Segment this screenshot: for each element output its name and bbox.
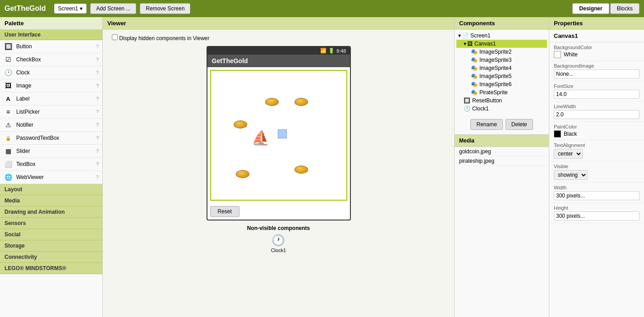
imagesprite5-icon: 🎭 bbox=[471, 73, 478, 79]
palette-item-clock[interactable]: 🕐 Clock ? bbox=[0, 66, 102, 79]
delete-button[interactable]: Delete bbox=[506, 119, 533, 130]
slider-help[interactable]: ? bbox=[96, 148, 99, 154]
imagesprite6-label: ImageSprite6 bbox=[479, 81, 511, 87]
palette-item-image[interactable]: 🖼 Image ? bbox=[0, 79, 102, 92]
linewidth-label: LineWidth bbox=[554, 104, 639, 109]
app-title: GetTheGold bbox=[5, 5, 46, 13]
lego-section[interactable]: LEGO® MINDSTORMS® bbox=[0, 263, 102, 274]
phone-statusbar: 📶 🔋 9:48 bbox=[207, 47, 350, 55]
comp-imagesprite6[interactable]: 🎭 ImageSprite6 bbox=[456, 80, 547, 88]
palette-item-slider[interactable]: ▦ Slider ? bbox=[0, 145, 102, 158]
designer-button[interactable]: Designer bbox=[572, 3, 609, 14]
connectivity-section[interactable]: Connectivity bbox=[0, 252, 102, 263]
clock-help[interactable]: ? bbox=[96, 70, 99, 75]
slider-icon: ▦ bbox=[4, 147, 13, 156]
webviewer-help[interactable]: ? bbox=[96, 175, 99, 180]
comp-clock1[interactable]: 🕐 Clock1 bbox=[456, 105, 547, 113]
screen-dropdown[interactable]: Screen1 ▾ bbox=[54, 4, 87, 14]
listpicker-help[interactable]: ? bbox=[96, 109, 99, 115]
coin4 bbox=[236, 170, 249, 178]
width-input[interactable] bbox=[554, 191, 639, 200]
layout-section[interactable]: Layout bbox=[0, 184, 102, 195]
notifier-help[interactable]: ? bbox=[96, 122, 99, 128]
imagesprite3-icon: 🎭 bbox=[471, 57, 478, 63]
media-section[interactable]: Media bbox=[0, 195, 102, 207]
clock1-label: Clock1 bbox=[472, 106, 489, 112]
viewer-panel: Viewer Display hidden components in View… bbox=[103, 17, 455, 317]
screen1-toggle[interactable]: ▾ bbox=[458, 32, 461, 39]
topbar: GetTheGold Screen1 ▾ Add Screen ... Remo… bbox=[0, 0, 644, 17]
height-label: Height bbox=[554, 205, 639, 211]
textalignment-select[interactable]: center left right bbox=[554, 149, 583, 159]
clock-icon: 🕐 bbox=[4, 68, 13, 77]
listpicker-icon: ≡ bbox=[4, 107, 13, 116]
palette-item-webviewer[interactable]: 🌐 WebViewer ? bbox=[0, 171, 102, 184]
label-icon: A bbox=[4, 94, 13, 103]
remove-screen-button[interactable]: Remove Screen bbox=[140, 3, 190, 14]
sensors-section[interactable]: Sensors bbox=[0, 218, 102, 229]
palette-item-passwordtextbox[interactable]: 🔒 PasswordTextBox ? bbox=[0, 132, 102, 145]
comp-screen1[interactable]: ▾ 📄 Screen1 bbox=[456, 32, 547, 40]
comp-canvas1[interactable]: ▾ 🖼 Canvas1 bbox=[456, 40, 547, 48]
visible-select[interactable]: showing hidden bbox=[554, 170, 588, 180]
comp-imagesprite4[interactable]: 🎭 ImageSprite4 bbox=[456, 64, 547, 72]
backgroundcolor-label: BackgroundColor bbox=[554, 45, 639, 50]
paintcolor-swatch bbox=[554, 130, 561, 138]
palette-item-listpicker[interactable]: ≡ ListPicker ? bbox=[0, 106, 102, 119]
media-goldcoin: goldcoin.jpeg bbox=[455, 147, 549, 156]
canvas1-toggle[interactable]: ▾ bbox=[464, 41, 466, 47]
wifi-icon: 📶 bbox=[320, 48, 327, 54]
reset-button[interactable]: Reset bbox=[210, 206, 239, 217]
button-help[interactable]: ? bbox=[96, 44, 99, 49]
imagesprite2-label: ImageSprite2 bbox=[479, 49, 511, 55]
storage-section[interactable]: Storage bbox=[0, 240, 102, 252]
palette-item-notifier[interactable]: ⚠ Notifier ? bbox=[0, 119, 102, 132]
social-section[interactable]: Social bbox=[0, 229, 102, 240]
palette-item-textbox[interactable]: ⬜ TextBox ? bbox=[0, 158, 102, 171]
fontsize-input[interactable] bbox=[554, 90, 639, 99]
passwordtextbox-help[interactable]: ? bbox=[96, 135, 99, 141]
label-help[interactable]: ? bbox=[96, 96, 99, 101]
image-label: Image bbox=[16, 83, 96, 89]
imagesprite4-label: ImageSprite4 bbox=[479, 65, 511, 71]
drawing-section[interactable]: Drawing and Animation bbox=[0, 207, 102, 218]
checkbox-help[interactable]: ? bbox=[96, 57, 99, 62]
palette-item-button[interactable]: 🔲 Button ? bbox=[0, 40, 102, 53]
viewer-content: Display hidden components in Viewer 📶 🔋 … bbox=[103, 30, 454, 257]
pirate-ship: ⛵ bbox=[252, 129, 270, 147]
rename-button[interactable]: Rename bbox=[470, 119, 502, 130]
comp-piratesprite[interactable]: 🎭 PirateSprite bbox=[456, 88, 547, 96]
non-visible-title: Non-visible components bbox=[247, 225, 310, 231]
properties-title: Properties bbox=[549, 17, 644, 30]
backgroundimage-input[interactable] bbox=[554, 69, 639, 78]
battery-icon: 🔋 bbox=[328, 48, 335, 54]
image-help[interactable]: ? bbox=[96, 83, 99, 88]
add-screen-button[interactable]: Add Screen ... bbox=[90, 3, 136, 14]
comp-imagesprite2[interactable]: 🎭 ImageSprite2 bbox=[456, 48, 547, 56]
hidden-components-checkbox[interactable] bbox=[112, 34, 118, 40]
user-interface-section[interactable]: User Interface bbox=[0, 30, 102, 40]
button-label: Button bbox=[16, 43, 96, 50]
media-pirateship: pirateship.jpeg bbox=[455, 156, 549, 166]
prop-fontsize: FontSize bbox=[549, 81, 644, 101]
palette-item-label[interactable]: A Label ? bbox=[0, 92, 102, 106]
comp-imagesprite5[interactable]: 🎭 ImageSprite5 bbox=[456, 72, 547, 80]
webviewer-label: WebViewer bbox=[16, 174, 96, 180]
comp-resetbutton[interactable]: 🔲 ResetButton bbox=[456, 96, 547, 105]
textbox-icon: ⬜ bbox=[4, 160, 13, 169]
blocks-button[interactable]: Blocks bbox=[610, 3, 639, 14]
phone-canvas[interactable]: ⛵ bbox=[210, 70, 347, 201]
phone-titlebar: GetTheGold bbox=[207, 55, 350, 67]
clock1-icon: 🕐 bbox=[464, 106, 470, 112]
chevron-down-icon: ▾ bbox=[80, 5, 83, 12]
palette-item-checkbox[interactable]: ☑ CheckBox ? bbox=[0, 53, 102, 66]
comp-imagesprite3[interactable]: 🎭 ImageSprite3 bbox=[456, 56, 547, 64]
properties-panel: Properties Canvas1 BackgroundColor White… bbox=[549, 17, 644, 317]
clock-nonvisible-icon: 🕐 bbox=[271, 234, 285, 247]
height-input[interactable] bbox=[554, 211, 639, 221]
linewidth-input[interactable] bbox=[554, 110, 639, 119]
viewer-title: Viewer bbox=[103, 17, 454, 30]
textbox-help[interactable]: ? bbox=[96, 161, 99, 167]
label-label: Label bbox=[16, 96, 96, 102]
coin2 bbox=[294, 98, 308, 106]
